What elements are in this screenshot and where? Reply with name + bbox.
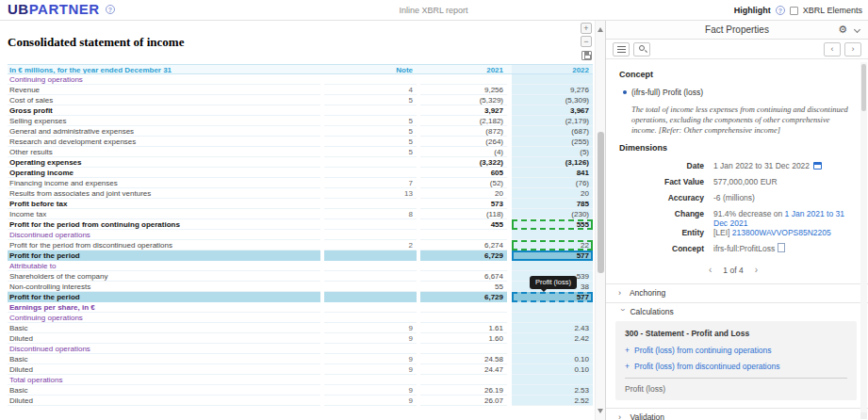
value-2021[interactable]: (872) xyxy=(420,126,507,137)
value-2021[interactable]: 573 xyxy=(420,199,507,209)
plus-icon: + xyxy=(625,346,630,355)
note-value xyxy=(324,375,417,385)
note-value: 9 xyxy=(324,354,417,364)
value-2021[interactable]: 24.58 xyxy=(420,354,507,364)
zoom-out-button[interactable]: − xyxy=(581,36,592,47)
income-statement-table: In € millions, for the year ended Decemb… xyxy=(8,64,593,406)
row-label: Selling expenses xyxy=(8,116,320,126)
value-2021[interactable]: 605 xyxy=(420,168,507,178)
gear-icon[interactable]: ⚙ xyxy=(838,21,847,40)
pager-next-button[interactable]: › xyxy=(755,265,758,275)
xbrl-elements-checkbox[interactable] xyxy=(790,7,798,15)
next-fact-button[interactable]: › xyxy=(844,42,861,57)
value-2022[interactable]: 20 xyxy=(512,188,593,199)
dimension-label: Concept xyxy=(619,244,713,253)
outline-button[interactable] xyxy=(613,42,630,57)
value-2022 xyxy=(512,344,593,354)
row-label: Continuing operations xyxy=(8,74,320,85)
highlight-info-icon[interactable]: ? xyxy=(776,6,785,15)
copy-icon[interactable] xyxy=(779,245,785,252)
value-2021[interactable]: 6,674 xyxy=(420,271,507,282)
value-2021[interactable]: 9,256 xyxy=(420,85,507,95)
pager-label: 1 of 4 xyxy=(723,266,743,275)
dimension-label: Change xyxy=(619,209,713,218)
value-2021[interactable]: 55 xyxy=(420,282,507,292)
row-label: Profit for the period xyxy=(8,250,320,261)
value-2021[interactable]: 1.61 xyxy=(420,323,507,333)
value-2022[interactable]: 9,276 xyxy=(512,85,593,95)
zoom-in-button[interactable]: + xyxy=(581,23,592,34)
panel-scrollbar-thumb[interactable] xyxy=(861,64,866,111)
value-2021[interactable]: (4) xyxy=(420,147,507,157)
section-calculations[interactable]: › Calculations xyxy=(606,302,868,321)
document-scrollbar[interactable] xyxy=(595,21,605,420)
scroll-up-icon[interactable] xyxy=(598,24,603,32)
value-2022[interactable]: 2.43 xyxy=(512,323,593,333)
calc-item-link[interactable]: +Profit (loss) from discontinued operati… xyxy=(625,362,847,371)
panel-scrollbar-corner xyxy=(860,412,867,419)
section-validation[interactable]: › Validation xyxy=(606,408,868,420)
value-2022[interactable]: 2.53 xyxy=(512,385,593,396)
prev-fact-button[interactable]: ‹ xyxy=(824,42,841,57)
value-2022[interactable]: 785 xyxy=(512,199,593,209)
value-2021[interactable]: 24.47 xyxy=(420,364,507,375)
value-2022 xyxy=(512,313,593,323)
dimension-label: Date xyxy=(619,161,713,170)
dimension-link[interactable]: 213800WAVVOPS85N2205 xyxy=(729,228,830,237)
value-2021[interactable]: 1.60 xyxy=(420,333,507,344)
value-2021[interactable]: (118) xyxy=(420,209,507,219)
help-icon[interactable]: ? xyxy=(106,5,115,14)
value-2021[interactable]: 20 xyxy=(420,188,507,199)
value-2022[interactable]: 2.52 xyxy=(512,396,593,406)
note-value: 13 xyxy=(324,188,417,199)
value-2021[interactable]: 455 xyxy=(420,219,507,230)
value-2022[interactable]: (76) xyxy=(512,178,593,188)
value-2022[interactable]: (5,309) xyxy=(512,95,593,105)
calc-item-link[interactable]: +Profit (loss) from continuing operation… xyxy=(625,346,847,355)
note-value xyxy=(324,344,417,354)
value-2021[interactable]: 26.19 xyxy=(420,385,507,396)
value-2022[interactable]: (5) xyxy=(512,147,593,157)
table-row: Cost of sales5(5,329)(5,309) xyxy=(8,95,593,105)
value-2022[interactable]: 555 xyxy=(512,219,593,230)
panel-scrollbar[interactable] xyxy=(860,62,867,418)
row-label: Diluted xyxy=(8,364,320,375)
dimension-row: Change91.4% decrease on 1 Jan 2021 to 31… xyxy=(619,209,847,228)
value-2021[interactable]: (3,322) xyxy=(420,157,507,168)
value-2022[interactable]: 3,967 xyxy=(512,105,593,116)
table-row: Diluted91.602.42 xyxy=(8,333,593,344)
value-2021[interactable]: (264) xyxy=(420,137,507,147)
table-row: Operating income605841 xyxy=(8,168,593,178)
pager-prev-button[interactable]: ‹ xyxy=(709,265,712,275)
value-2021[interactable]: 6,729 xyxy=(420,250,507,261)
value-2022[interactable]: (255) xyxy=(512,137,593,147)
value-2022[interactable]: (230) xyxy=(512,209,593,219)
value-2022[interactable]: 577 xyxy=(512,250,593,261)
value-2021 xyxy=(420,74,507,85)
section-row: Total operations xyxy=(8,375,593,385)
value-2021[interactable]: (52) xyxy=(420,178,507,188)
value-2022[interactable]: (3,126) xyxy=(512,157,593,168)
value-2021[interactable]: 26.07 xyxy=(420,396,507,406)
value-2021[interactable]: 6,729 xyxy=(420,292,507,302)
calendar-icon[interactable] xyxy=(813,162,822,170)
value-2022[interactable]: 2.42 xyxy=(512,333,593,344)
scroll-down-icon[interactable] xyxy=(598,409,603,416)
search-button[interactable] xyxy=(633,42,650,57)
value-2022[interactable]: (687) xyxy=(512,126,593,137)
row-label: General and administrative expenses xyxy=(8,126,320,137)
value-2022[interactable]: 0.10 xyxy=(512,364,593,375)
value-2022[interactable]: 0.10 xyxy=(512,354,593,364)
value-2021[interactable]: 6,274 xyxy=(420,240,507,250)
save-icon[interactable] xyxy=(581,51,592,60)
panel-header: Fact Properties ⚙ xyxy=(606,21,868,40)
value-2022[interactable]: 577 xyxy=(512,292,593,302)
value-2021[interactable]: (5,329) xyxy=(420,95,507,105)
value-2021[interactable]: 3,927 xyxy=(420,105,507,116)
value-2022[interactable]: 841 xyxy=(512,168,593,178)
value-2022[interactable]: 22 xyxy=(512,240,593,250)
value-2021[interactable]: (2,182) xyxy=(420,116,507,126)
section-anchoring[interactable]: › Anchoring xyxy=(606,283,868,302)
scrollbar-thumb[interactable] xyxy=(598,132,604,273)
value-2022[interactable]: (2,179) xyxy=(512,116,593,126)
